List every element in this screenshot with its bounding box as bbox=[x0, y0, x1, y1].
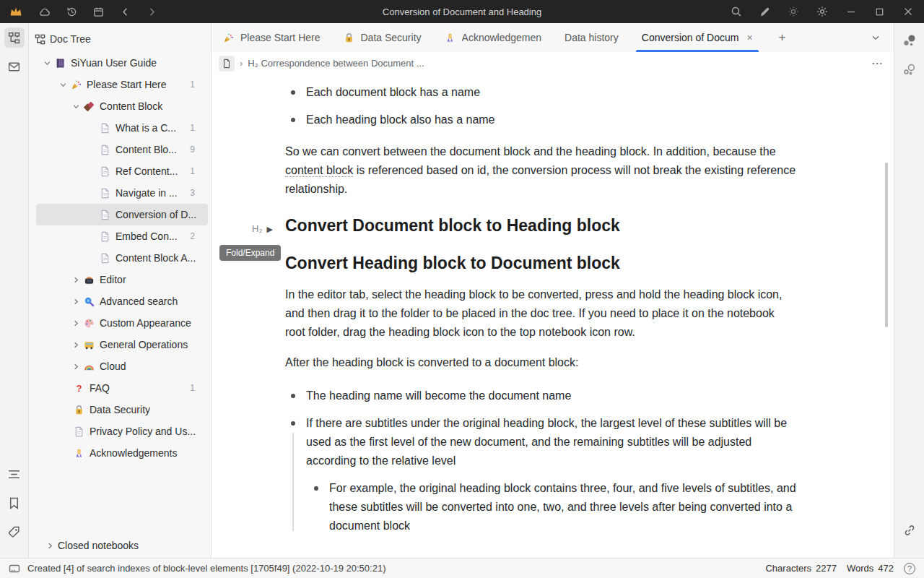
document-file-icon bbox=[98, 186, 111, 199]
tree-item-what-is-a-content-block[interactable]: What is a C... 1 bbox=[29, 117, 208, 139]
breadcrumb-heading-tag: H₂ bbox=[248, 58, 258, 69]
chevron-down-icon[interactable] bbox=[56, 78, 69, 91]
list-item[interactable]: Each heading block also has a name bbox=[285, 111, 796, 129]
tab-close-icon[interactable]: × bbox=[746, 32, 752, 43]
tree-item-embed-content[interactable]: Embed Con... 2 bbox=[29, 225, 208, 247]
window-maximize-button[interactable] bbox=[874, 7, 885, 17]
tree-item-general-operations[interactable]: General Operations bbox=[29, 334, 208, 355]
tree-item-data-security[interactable]: Data Security bbox=[29, 399, 208, 420]
dock-inbox-icon[interactable] bbox=[4, 56, 25, 77]
dock-bookmark-icon[interactable] bbox=[4, 493, 25, 513]
document-file-icon bbox=[98, 121, 111, 134]
chevron-right-icon[interactable] bbox=[69, 273, 82, 286]
characters-value: 2277 bbox=[816, 563, 837, 574]
tree-item-navigate-in[interactable]: Navigate in ... 3 bbox=[29, 182, 208, 204]
tree-item-faq[interactable]: FAQ 1 bbox=[29, 377, 208, 399]
paragraph[interactable]: So we can convert between the document b… bbox=[285, 142, 796, 199]
nav-back-icon[interactable] bbox=[120, 7, 131, 17]
tree-item-privacy-policy[interactable]: Privacy Policy and Us... bbox=[29, 420, 208, 442]
heading-convert-document-to-heading[interactable]: H₂ ▶ Convert Document block to Heading b… bbox=[285, 215, 796, 236]
dock-global-graph-icon[interactable] bbox=[899, 59, 920, 79]
doc-tree-rows: SiYuan User Guide Please Start Here 1 Co… bbox=[29, 52, 211, 533]
chevron-down-icon[interactable] bbox=[69, 100, 82, 113]
breadcrumb-heading[interactable]: H₂ Correspondence between Document ... bbox=[248, 58, 424, 69]
chevron-right-icon[interactable] bbox=[69, 295, 82, 308]
chevron-right-icon[interactable] bbox=[69, 316, 82, 329]
fold-toggle-icon[interactable]: ▶ bbox=[266, 218, 272, 240]
editor-main: Fold/Expand Each document block has a na… bbox=[212, 74, 894, 558]
tree-item-conversion-of-document[interactable]: Conversion of D... bbox=[36, 204, 208, 225]
closed-notebooks-toggle[interactable]: Closed notebooks bbox=[29, 533, 211, 558]
paragraph-text: is referenced based on id, the conversio… bbox=[285, 164, 796, 195]
chevron-down-icon[interactable] bbox=[40, 56, 53, 69]
tree-item-editor[interactable]: Editor bbox=[29, 269, 208, 290]
tree-item-content-block-types[interactable]: Content Blo... 9 bbox=[29, 139, 208, 160]
daily-note-icon[interactable] bbox=[93, 7, 104, 17]
list-item[interactable]: The heading name will become the documen… bbox=[285, 387, 796, 405]
workspace-crown-icon[interactable] bbox=[9, 7, 22, 17]
block-ref-link[interactable]: content block bbox=[285, 164, 353, 177]
edit-mode-icon[interactable] bbox=[759, 7, 770, 17]
heading-convert-heading-to-document[interactable]: Convert Heading block to Document block bbox=[285, 252, 796, 274]
document-content[interactable]: Each document block has a name Each head… bbox=[212, 74, 894, 535]
tab-acknowledgements[interactable]: Acknowledgemen bbox=[433, 23, 554, 52]
chevron-right-icon[interactable] bbox=[69, 338, 82, 351]
sync-cloud-icon[interactable] bbox=[38, 7, 51, 17]
tree-item-please-start-here[interactable]: Please Start Here 1 bbox=[29, 74, 208, 95]
chevron-right-icon bbox=[45, 539, 55, 552]
tree-item-label: Please Start Here bbox=[87, 79, 184, 90]
nested-list-item[interactable]: For example, the original heading block … bbox=[308, 479, 796, 535]
list-item[interactable]: Each document block has a name bbox=[285, 83, 796, 102]
tree-item-acknowledgements[interactable]: Acknowledgements bbox=[29, 442, 208, 464]
editor-scrollbar[interactable] bbox=[885, 163, 888, 327]
tree-item-siyuan-user-guide[interactable]: SiYuan User Guide bbox=[29, 52, 208, 74]
tree-item-advanced-search[interactable]: Advanced search bbox=[29, 290, 208, 312]
list-item[interactable]: If there are subtitles under the origina… bbox=[285, 414, 796, 470]
global-search-icon[interactable] bbox=[731, 6, 742, 17]
doc-tree-panel: Doc Tree SiYuan User Guide Please Start … bbox=[29, 23, 212, 558]
dock-graph-icon[interactable] bbox=[899, 30, 920, 51]
tab-data-security[interactable]: Data Security bbox=[332, 23, 433, 52]
tab-conversion-of-document[interactable]: Conversion of Docum × bbox=[630, 23, 764, 52]
document-file-icon bbox=[98, 230, 111, 243]
medal-icon bbox=[72, 447, 85, 460]
status-log-icon[interactable] bbox=[9, 563, 20, 574]
tree-item-content-block[interactable]: Content Block bbox=[29, 95, 208, 117]
tab-data-history[interactable]: Data history bbox=[553, 23, 630, 52]
new-tab-button[interactable]: + bbox=[764, 23, 801, 52]
dock-doc-tree-icon[interactable] bbox=[4, 27, 25, 48]
titlebar: Conversion of Document and Heading bbox=[0, 0, 924, 23]
settings-gear-icon[interactable] bbox=[816, 6, 828, 17]
theme-mode-icon[interactable] bbox=[788, 6, 799, 17]
tree-item-custom-appearance[interactable]: Custom Appearance bbox=[29, 312, 208, 334]
doc-tree-header: Doc Tree bbox=[29, 29, 211, 52]
breadcrumb-doc-icon[interactable] bbox=[219, 56, 235, 72]
tab-please-start-here[interactable]: Please Start Here bbox=[212, 23, 332, 52]
bullet-dot bbox=[291, 421, 295, 426]
tree-item-label: Conversion of D... bbox=[116, 209, 208, 220]
dock-outline-icon[interactable] bbox=[4, 464, 25, 484]
right-dock bbox=[894, 23, 924, 558]
nav-forward-icon[interactable] bbox=[147, 7, 157, 17]
help-icon[interactable]: ? bbox=[904, 563, 915, 574]
tab-list-chevron-icon[interactable] bbox=[858, 23, 894, 52]
document-file-icon bbox=[98, 165, 111, 178]
tree-item-count: 1 bbox=[190, 383, 195, 393]
tree-item-label: FAQ bbox=[90, 382, 184, 394]
tree-item-cloud[interactable]: Cloud bbox=[29, 355, 208, 377]
paragraph[interactable]: After the heading block is converted to … bbox=[285, 353, 796, 372]
heading-gutter: H₂ ▶ bbox=[252, 218, 273, 240]
chevron-right-icon[interactable] bbox=[69, 360, 82, 373]
tab-label: Data history bbox=[565, 32, 619, 43]
closed-notebooks-label: Closed notebooks bbox=[58, 540, 139, 551]
dock-tag-icon[interactable] bbox=[4, 522, 25, 542]
window-close-button[interactable] bbox=[902, 6, 914, 17]
dock-backlinks-icon[interactable] bbox=[899, 520, 920, 540]
tree-item-content-block-attrs[interactable]: Content Block A... bbox=[29, 247, 208, 269]
history-icon[interactable] bbox=[66, 7, 77, 17]
fold-expand-tooltip: Fold/Expand bbox=[219, 245, 281, 261]
window-minimize-button[interactable] bbox=[845, 6, 857, 17]
breadcrumb-more-icon[interactable]: ⋯ bbox=[871, 56, 884, 70]
tree-item-ref-content-block[interactable]: Ref Content... 1 bbox=[29, 160, 208, 182]
paragraph[interactable]: In the editor tab, select the heading bl… bbox=[285, 285, 796, 342]
